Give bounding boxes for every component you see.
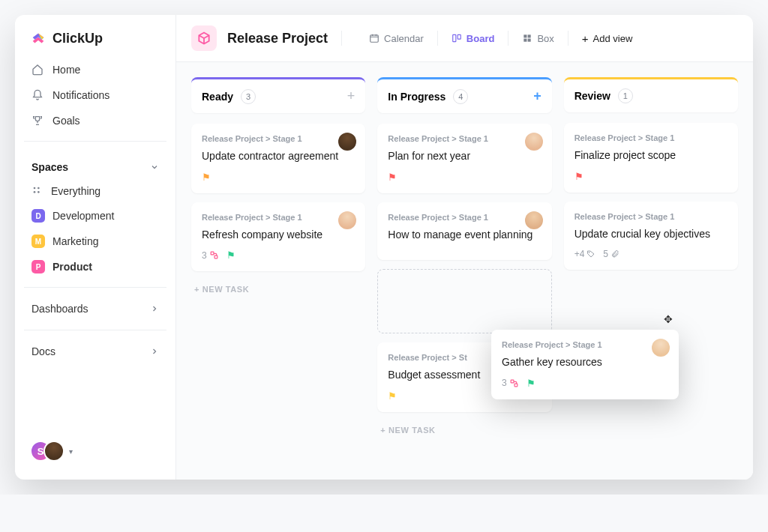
sidebar-item-development[interactable]: D Development — [24, 203, 166, 229]
flag-icon: ⚑ — [202, 172, 211, 183]
space-badge: M — [32, 235, 45, 248]
svg-point-0 — [34, 187, 36, 190]
main-content: Release Project Calendar Board Box — [176, 15, 753, 480]
flag-icon: ⚑ — [574, 171, 584, 182]
attachment-count: 5 — [603, 249, 620, 259]
card-title: Refresh company website — [202, 228, 355, 243]
box-icon — [522, 33, 532, 43]
nav-notifications-label: Notifications — [52, 89, 110, 101]
sidebar-item-label: Marketing — [52, 235, 98, 247]
sidebar-item-label: Product — [52, 261, 92, 273]
card-breadcrumb: Release Project > Stage 1 — [502, 340, 668, 349]
svg-point-1 — [38, 187, 40, 190]
nav-docs[interactable]: Docs — [24, 338, 166, 365]
sidebar-item-everything[interactable]: Everything — [24, 179, 166, 203]
svg-rect-7 — [524, 34, 527, 37]
bell-icon — [32, 89, 44, 101]
task-card[interactable]: Release Project > Stage 1 Finalize proje… — [564, 123, 738, 193]
svg-rect-14 — [511, 380, 514, 383]
task-card[interactable]: Release Project > Stage 1 Refresh compan… — [191, 202, 365, 272]
column-ready: Ready 3 + Release Project > Stage 1 Upda… — [191, 77, 365, 480]
dragging-task-card[interactable]: ✥ Release Project > Stage 1 Gather key r… — [491, 330, 679, 399]
plus-icon: + — [582, 32, 589, 45]
card-breadcrumb: Release Project > Stage 1 — [202, 213, 355, 222]
card-title: Gather key resources — [502, 355, 668, 370]
tab-board[interactable]: Board — [444, 28, 502, 49]
card-breadcrumb: Release Project > Stage 1 — [388, 213, 541, 222]
attachment-icon — [610, 250, 620, 259]
add-card-button[interactable]: + — [533, 88, 542, 104]
separator — [341, 31, 342, 46]
new-task-button[interactable]: + NEW TASK — [377, 421, 551, 439]
column-title: In Progress — [388, 91, 446, 103]
column-count: 1 — [618, 88, 633, 103]
task-card[interactable]: Release Project > Stage 1 Plan for next … — [377, 124, 551, 193]
tag-count: +4 — [574, 249, 596, 259]
brand-name: ClickUp — [52, 31, 103, 46]
svg-rect-8 — [528, 34, 531, 37]
nav-dashboards[interactable]: Dashboards — [24, 295, 166, 322]
column-review: Review 1 Release Project > Stage 1 Final… — [564, 77, 738, 480]
card-title: How to manage event planning — [388, 228, 541, 243]
tab-label: Board — [466, 33, 495, 44]
card-breadcrumb: Release Project > Stage 1 — [388, 134, 541, 143]
assignee-avatar — [338, 211, 356, 229]
chevron-right-icon — [150, 304, 159, 313]
flag-icon: ⚑ — [388, 390, 397, 402]
subtask-count: 3 — [202, 250, 219, 261]
task-card[interactable]: Release Project > Stage 1 How to manage … — [377, 202, 551, 261]
tab-label: Box — [537, 33, 554, 44]
column-header: Ready 3 + — [191, 77, 365, 113]
svg-rect-4 — [370, 35, 379, 42]
clickup-logo-icon — [30, 30, 46, 46]
spaces-header[interactable]: Spaces — [24, 149, 166, 179]
separator — [568, 31, 568, 46]
tab-label: Add view — [593, 33, 633, 44]
trophy-icon — [32, 115, 44, 127]
drop-zone[interactable] — [377, 269, 551, 333]
column-header: Review 1 — [564, 77, 738, 112]
assignee-avatar — [338, 133, 356, 151]
sidebar: ClickUp Home Notifications Goals Spaces … — [15, 15, 176, 480]
brand-logo[interactable]: ClickUp — [24, 27, 166, 57]
view-tabs: Calendar Board Box + Add view — [362, 28, 640, 49]
nav-notifications[interactable]: Notifications — [24, 82, 166, 108]
sidebar-item-label: Development — [52, 210, 115, 222]
task-card[interactable]: Release Project > Stage 1 Update contrac… — [191, 124, 365, 193]
spaces-header-label: Spaces — [32, 161, 68, 173]
column-count: 3 — [241, 89, 256, 104]
nav-home[interactable]: Home — [24, 57, 166, 82]
column-title: Review — [574, 90, 610, 102]
separator — [508, 31, 508, 46]
tab-calendar[interactable]: Calendar — [362, 28, 431, 49]
chevron-down-icon — [150, 163, 159, 172]
svg-rect-15 — [514, 384, 518, 387]
nav-goals[interactable]: Goals — [24, 108, 166, 133]
card-breadcrumb: Release Project > Stage 1 — [574, 212, 728, 221]
card-title: Plan for next year — [388, 149, 541, 164]
tag-icon — [586, 250, 596, 259]
avatar — [44, 441, 64, 462]
add-card-button[interactable]: + — [347, 88, 356, 104]
user-menu[interactable]: S ▾ — [24, 435, 166, 468]
card-title: Update crucial key objectives — [574, 227, 728, 242]
nav-dashboards-label: Dashboards — [32, 303, 88, 315]
app-window: ClickUp Home Notifications Goals Spaces … — [15, 15, 753, 480]
sidebar-item-marketing[interactable]: M Marketing — [24, 229, 166, 254]
card-title: Update contractor agreement — [202, 149, 355, 164]
svg-rect-12 — [214, 256, 218, 259]
svg-rect-6 — [458, 34, 460, 39]
task-card[interactable]: Release Project > Stage 1 Update crucial… — [564, 202, 738, 270]
new-task-button[interactable]: + NEW TASK — [191, 280, 365, 298]
topbar: Release Project Calendar Board Box — [176, 15, 753, 62]
card-title: Finalize project scope — [574, 148, 728, 163]
sidebar-item-label: Everything — [51, 185, 100, 197]
cube-icon — [196, 31, 212, 46]
project-icon — [191, 25, 217, 51]
tab-add-view[interactable]: + Add view — [574, 28, 640, 49]
nav-docs-label: Docs — [32, 345, 56, 357]
subtask-icon — [209, 250, 219, 260]
svg-rect-10 — [528, 39, 531, 42]
tab-box[interactable]: Box — [514, 28, 561, 49]
sidebar-item-product[interactable]: P Product — [24, 254, 166, 279]
